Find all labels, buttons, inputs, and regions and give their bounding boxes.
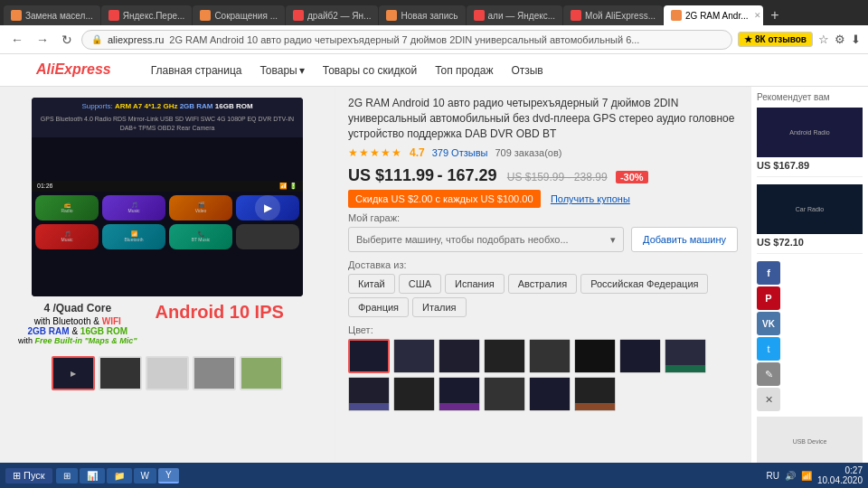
forward-button[interactable]: → (33, 31, 52, 49)
thumb-3[interactable] (146, 356, 189, 390)
site-logo[interactable]: AliExpress (18, 54, 129, 87)
taskbar-speaker-icon: 🔊 (785, 471, 796, 481)
color-thumb-6[interactable] (574, 339, 616, 373)
taskbar-item-2[interactable]: 📊 (80, 468, 105, 483)
taskbar-datetime: 0:27 10.04.2020 (817, 465, 863, 485)
color-thumb-1[interactable] (348, 339, 390, 373)
tab-close-8[interactable]: ✕ (754, 11, 761, 20)
product-reviews-count[interactable]: 379 Отзывы (432, 147, 488, 158)
tab-4[interactable]: драйб2 — Ян... (286, 5, 378, 25)
nav-goods[interactable]: Товары ▾ (259, 64, 304, 77)
tab-3[interactable]: Сокращения ... (193, 5, 285, 25)
taskbar-icon-3: 📁 (114, 471, 125, 481)
download-button[interactable]: ⬇ (851, 33, 861, 46)
color-thumb-11[interactable] (439, 377, 480, 411)
new-tab-button[interactable]: + (764, 5, 786, 25)
vk-button[interactable]: VK (757, 312, 780, 335)
tab-label-4: драйб2 — Ян... (307, 11, 371, 21)
color-thumb-2[interactable] (393, 339, 435, 373)
site-nav: AliExpress Главная страница Товары ▾ Тов… (0, 54, 868, 87)
taskbar-item-1[interactable]: ⊞ (56, 468, 78, 483)
bt-wifi-line: with Bluetooth & WIFI (18, 316, 137, 326)
free-text: Free Built-in "Maps & Mic" (35, 336, 137, 345)
thumb-1[interactable]: ▶ (52, 356, 95, 390)
taskbar-item-3[interactable]: 📁 (107, 468, 132, 483)
delivery-italy[interactable]: Италия (412, 297, 466, 317)
tab-label-1: Замена масел... (25, 11, 93, 21)
taskbar-item-4[interactable]: W (134, 468, 156, 483)
taskbar-icon-2: 📊 (87, 471, 98, 481)
twitter-button[interactable]: t (757, 337, 780, 361)
product-right: 2G RAM Android 10 авто радио четырехъяде… (335, 87, 750, 470)
color-thumb-4[interactable] (484, 339, 525, 373)
chevron-down-icon: ▾ (299, 64, 305, 77)
thumb-2-inner (100, 358, 140, 389)
my-garage-label: Мой гараж: (348, 212, 738, 223)
thumb-4[interactable] (193, 356, 236, 390)
taskbar-item-5[interactable]: Y (158, 468, 179, 483)
coupon-text: Скидка US $2.00 с каждых US $100.00 (348, 190, 541, 208)
back-button[interactable]: ← (7, 31, 27, 49)
tab-favicon-5 (386, 10, 397, 21)
app-icon-3: 🎬Video (169, 195, 232, 221)
close-share-button[interactable]: ✕ (757, 388, 780, 411)
price-max: 167.29 (447, 166, 496, 184)
tab-6[interactable]: али — Яндекс... (467, 5, 563, 25)
screen-header: 01:26 📶 🔋 (32, 181, 303, 192)
color-thumb-10[interactable] (393, 377, 435, 411)
color-thumb-5[interactable] (529, 339, 571, 373)
nav-home[interactable]: Главная страница (151, 64, 242, 77)
color-section: Цвет: (348, 324, 738, 411)
taskbar-time-value: 0:27 (817, 465, 863, 475)
rec-item-1[interactable]: Android Radio US $167.89 (757, 108, 863, 177)
price-row: US $111.99 - 167.29 US $159.99 - 238.99 … (348, 166, 738, 185)
delivery-russia[interactable]: Российская Федерация (580, 274, 708, 294)
delivery-section: Доставка из: Китай США Испания Австралия… (348, 259, 738, 317)
reload-button[interactable]: ↻ (58, 31, 76, 49)
facebook-button[interactable]: f (757, 261, 780, 285)
car-select-dropdown[interactable]: Выберите машину, чтобы подобрать необхо.… (348, 227, 624, 252)
coupon-link[interactable]: Получить купоны (551, 193, 630, 204)
rec-image-2: Car Radio (757, 184, 863, 234)
ram-spec-val: 2GB RAM (180, 102, 213, 110)
thumb-2[interactable] (99, 356, 142, 390)
tab-2[interactable]: Яндекс.Пере... (101, 5, 193, 25)
delivery-usa[interactable]: США (399, 274, 441, 294)
delivery-australia[interactable]: Австралия (508, 274, 577, 294)
color-thumb-9[interactable] (348, 377, 390, 411)
nav-reviews[interactable]: Отзыв (511, 64, 542, 77)
nav-sale[interactable]: Товары со скидкой (323, 64, 417, 77)
color-thumb-13[interactable] (529, 377, 571, 411)
color-thumb-7[interactable] (619, 339, 661, 373)
ram-rom-line: 2GB RAM & 16GB ROM (18, 326, 137, 336)
color-thumb-14[interactable] (574, 377, 616, 411)
car-selector: Выберите машину, чтобы подобрать необхо.… (348, 227, 738, 252)
color-thumb-3[interactable] (439, 339, 480, 373)
add-car-button[interactable]: Добавить машину (631, 227, 738, 252)
tab-8[interactable]: 2G RAM Andr... ✕ (664, 5, 763, 25)
delivery-france[interactable]: Франция (348, 297, 409, 317)
delivery-spain[interactable]: Испания (445, 274, 505, 294)
pinterest-button[interactable]: P (757, 286, 780, 310)
bookmark-button[interactable]: ☆ (818, 33, 829, 46)
rec-item-2[interactable]: Car Radio US $72.10 (757, 184, 863, 254)
product-thumbnails: ▶ (11, 351, 324, 396)
tab-5[interactable]: Новая запись (379, 5, 465, 25)
color-thumb-12[interactable] (484, 377, 525, 411)
address-bar[interactable]: 🔒 aliexpress.ru 2G RAM Android 10 авто р… (81, 30, 732, 50)
edit-button[interactable]: ✎ (757, 362, 780, 386)
reviews-badge[interactable]: ★ 8К отзывов (738, 32, 813, 47)
delivery-options: Китай США Испания Австралия Российская Ф… (348, 274, 738, 317)
tab-label-7: Мой АliExpress... (585, 11, 656, 21)
start-button[interactable]: ⊞ Пуск (5, 468, 52, 483)
tab-7[interactable]: Мой АliExpress... (563, 5, 663, 25)
tab-label-3: Сокращения ... (214, 11, 278, 21)
color-thumb-8[interactable] (665, 339, 706, 373)
nav-top-sales[interactable]: Топ продаж (435, 64, 493, 77)
thumb-5[interactable] (240, 356, 283, 390)
maps-line: with Free Built-in "Maps & Mic" (18, 336, 137, 345)
rec-price-2: US $72.10 (757, 237, 863, 248)
extensions-button[interactable]: ⚙ (835, 33, 845, 46)
delivery-china[interactable]: Китай (348, 274, 395, 294)
tab-1[interactable]: Замена масел... (4, 5, 100, 25)
